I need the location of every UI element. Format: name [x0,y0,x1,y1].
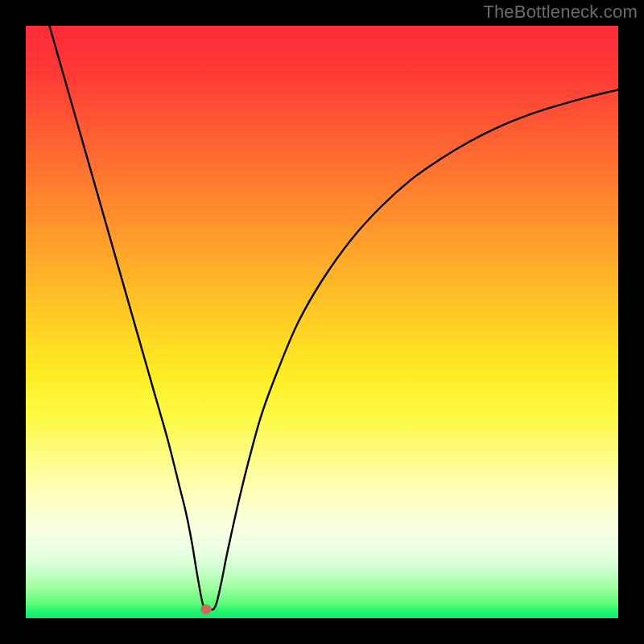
bottleneck-curve-svg [26,26,618,618]
optimal-point-marker [200,605,212,614]
bottleneck-curve-path [49,26,618,610]
chart-frame: TheBottleneck.com [0,0,644,644]
watermark-label: TheBottleneck.com [483,2,638,23]
